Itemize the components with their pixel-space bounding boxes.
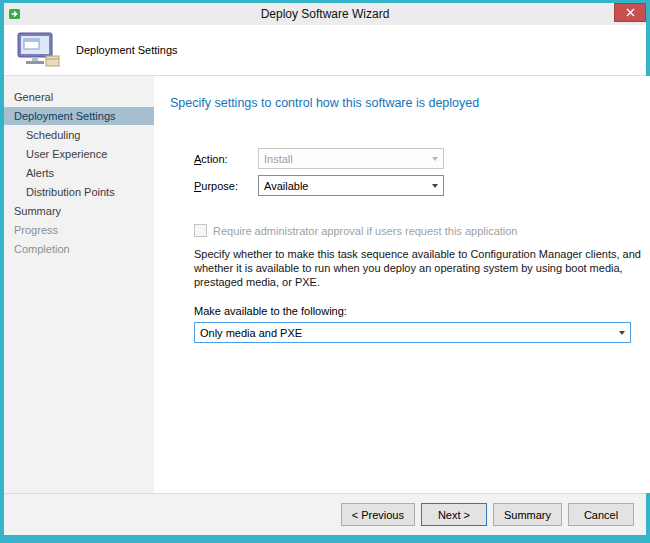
action-select: Install	[258, 148, 444, 169]
make-available-label: Make available to the following:	[194, 305, 642, 317]
approval-checkbox	[194, 224, 207, 237]
chevron-down-icon	[426, 176, 443, 195]
sidebar-item-summary[interactable]: Summary	[4, 202, 154, 220]
action-label: Action:	[194, 153, 258, 165]
summary-button[interactable]: Summary	[493, 503, 562, 526]
sidebar-item-scheduling[interactable]: Scheduling	[4, 126, 154, 144]
action-row: Action: Install	[194, 148, 642, 169]
close-button[interactable]	[614, 3, 646, 22]
close-icon	[626, 8, 635, 17]
chevron-down-icon	[426, 149, 443, 168]
window-title: Deploy Software Wizard	[4, 7, 646, 21]
titlebar: Deploy Software Wizard	[4, 3, 646, 25]
wizard-dialog: Deployment Settings General Deployment S…	[4, 25, 646, 535]
next-button[interactable]: Next >	[421, 503, 487, 526]
wizard-app-icon	[8, 7, 22, 21]
sidebar-item-general[interactable]: General	[4, 88, 154, 106]
sidebar-item-alerts[interactable]: Alerts	[4, 164, 154, 182]
cancel-button[interactable]: Cancel	[568, 503, 634, 526]
sidebar-item-distribution-points[interactable]: Distribution Points	[4, 183, 154, 201]
wizard-page-header: Deployment Settings	[4, 25, 646, 76]
wizard-steps-sidebar: General Deployment Settings Scheduling U…	[4, 76, 154, 493]
wizard-body: General Deployment Settings Scheduling U…	[4, 76, 646, 493]
chevron-down-icon	[613, 323, 630, 342]
description-text: Specify whether to make this task sequen…	[194, 247, 642, 289]
sidebar-item-user-experience[interactable]: User Experience	[4, 145, 154, 163]
page-heading: Specify settings to control how this sof…	[170, 96, 642, 110]
sidebar-item-completion: Completion	[4, 240, 154, 258]
purpose-select[interactable]: Available	[258, 175, 444, 196]
previous-button[interactable]: < Previous	[341, 503, 415, 526]
purpose-value: Available	[264, 180, 308, 192]
wizard-page-content: Specify settings to control how this sof…	[154, 76, 650, 493]
sidebar-item-deployment-settings[interactable]: Deployment Settings	[4, 107, 154, 125]
purpose-row: Purpose: Available	[194, 175, 642, 196]
settings-form: Action: Install Purpose: Available	[170, 148, 642, 343]
wizard-button-bar: < Previous Next > Summary Cancel	[4, 493, 646, 535]
software-computer-icon	[16, 31, 62, 69]
approval-checkbox-label: Require administrator approval if users …	[213, 225, 518, 237]
action-value: Install	[264, 153, 293, 165]
page-title: Deployment Settings	[76, 44, 178, 56]
sidebar-item-progress: Progress	[4, 221, 154, 239]
approval-checkbox-row: Require administrator approval if users …	[194, 224, 642, 237]
make-available-value: Only media and PXE	[200, 327, 302, 339]
make-available-select[interactable]: Only media and PXE	[194, 322, 631, 343]
deploy-software-wizard-window: Deploy Software Wizard	[0, 0, 650, 543]
purpose-label: Purpose:	[194, 180, 258, 192]
